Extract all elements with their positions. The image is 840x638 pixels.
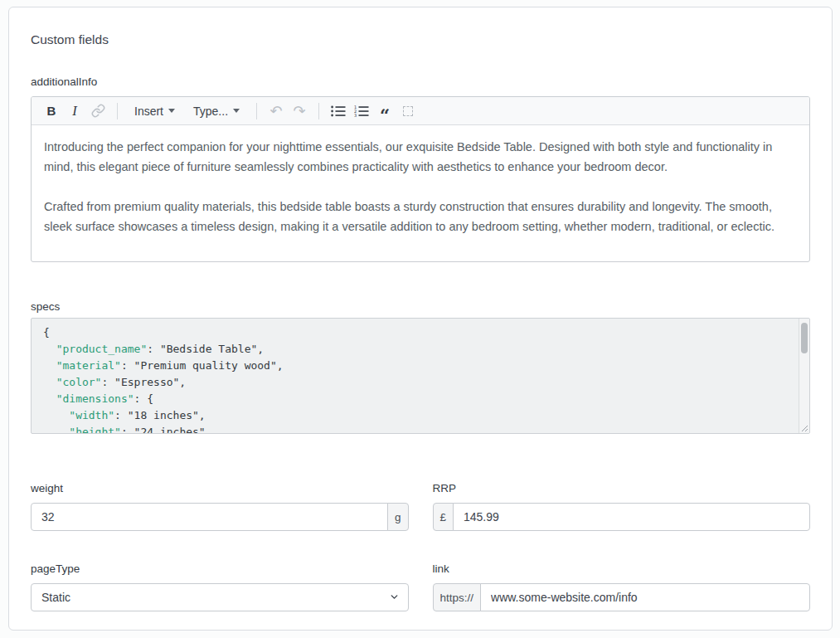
redo-icon: ↷ (294, 102, 306, 119)
rich-text-editor: B I Insert Type... (31, 96, 810, 262)
specs-code-editor[interactable]: { "product_name": "Bedside Table", "mate… (31, 318, 810, 434)
redo-button[interactable]: ↷ (288, 100, 311, 123)
paragraph: Introducing the perfect companion for yo… (44, 137, 797, 177)
link-button[interactable] (86, 100, 109, 123)
page-type-select[interactable]: Static (31, 583, 409, 611)
page-type-label: pageType (31, 563, 409, 575)
type-dropdown[interactable]: Type... (188, 100, 245, 123)
protocol-addon: https:// (433, 583, 482, 611)
bullet-list-button[interactable] (327, 100, 350, 123)
svg-text:3: 3 (354, 113, 357, 117)
link-field-group: link https:// (433, 563, 811, 611)
weight-input[interactable] (31, 503, 388, 531)
bullet-list-icon (331, 105, 346, 117)
custom-fields-card: Custom fields additionalInfo B I Inse (8, 7, 833, 631)
weight-label: weight (31, 482, 409, 494)
weight-field-group: weight g (31, 482, 409, 531)
numbered-list-button[interactable]: 1 2 3 (350, 100, 373, 123)
chevron-down-icon (168, 109, 175, 113)
paragraph: Crafted from premium quality materials, … (44, 197, 797, 236)
field-row: pageType Static link https:// (31, 563, 810, 611)
toolbar-divider (256, 103, 257, 119)
specs-code: { "product_name": "Bedside Table", "mate… (32, 319, 809, 434)
editor-toolbar: B I Insert Type... (32, 97, 809, 125)
numbered-list-icon: 1 2 3 (354, 105, 369, 117)
toolbar-divider (318, 103, 319, 119)
scrollbar-thumb[interactable] (801, 323, 808, 353)
scrollbar-track[interactable] (799, 319, 809, 433)
blockquote-icon: “ (380, 111, 390, 119)
dashed-box-icon (403, 106, 413, 116)
rrp-field-group: RRP £ (433, 482, 811, 531)
rich-text-content[interactable]: Introducing the perfect companion for yo… (32, 125, 809, 262)
italic-button[interactable]: I (63, 100, 86, 123)
insert-dropdown-label: Insert (134, 105, 163, 118)
link-input[interactable] (480, 583, 810, 611)
dashed-box-button[interactable] (396, 100, 420, 123)
type-dropdown-label: Type... (193, 105, 228, 118)
weight-unit-addon: g (387, 503, 409, 531)
field-row: weight g RRP £ (31, 482, 810, 531)
currency-addon: £ (433, 503, 454, 531)
card-title: Custom fields (31, 7, 810, 47)
page-type-field-group: pageType Static (31, 563, 409, 611)
insert-dropdown[interactable]: Insert (129, 100, 180, 123)
undo-icon: ↶ (270, 102, 283, 119)
link-label: link (433, 563, 811, 575)
blockquote-button[interactable]: “ (373, 100, 396, 123)
rrp-label: RRP (433, 482, 811, 494)
specs-label: specs (31, 300, 810, 313)
page: Custom fields additionalInfo B I Inse (0, 0, 840, 638)
rrp-input[interactable] (453, 503, 810, 531)
bold-button[interactable]: B (40, 100, 63, 123)
resize-handle-icon[interactable] (799, 423, 808, 432)
link-icon (91, 104, 105, 118)
chevron-down-icon (233, 109, 240, 113)
additional-info-label: additionalInfo (31, 75, 810, 88)
undo-button[interactable]: ↶ (265, 100, 288, 123)
toolbar-divider (117, 103, 118, 119)
